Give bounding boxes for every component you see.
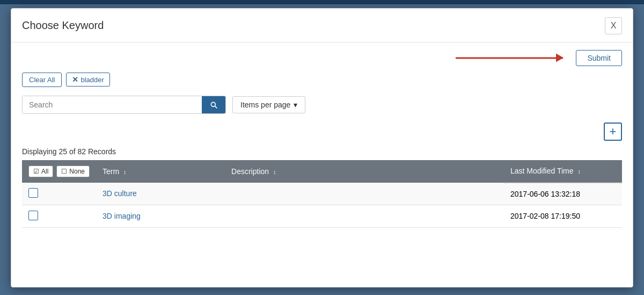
col-term-label: Term — [103, 167, 119, 176]
row-2-checkbox[interactable] — [28, 211, 38, 220]
row-1-term-link[interactable]: 3D culture — [103, 189, 137, 198]
records-label: Displaying 25 of 82 Records — [22, 147, 622, 156]
tag-bladder[interactable]: ✕ bladder — [66, 73, 109, 87]
col-header-last-modified: Last Modified Time ↕ — [504, 160, 622, 183]
row-2-check-cell — [22, 205, 96, 227]
arrow-indicator — [456, 57, 563, 59]
submit-row: Submit — [22, 50, 622, 66]
check-buttons: ☑ All ☐ None — [28, 166, 90, 177]
row-2-desc-cell — [225, 205, 504, 227]
items-per-page-dropdown[interactable]: Items per page ▾ — [232, 96, 305, 113]
row-1-checkbox[interactable] — [28, 188, 38, 198]
plus-icon: + — [610, 125, 617, 139]
col-header-description: Description ↕ — [225, 160, 504, 183]
dropdown-chevron-icon: ▾ — [294, 100, 297, 109]
row-2-term-cell: 3D imaging — [96, 205, 225, 227]
modal-dialog: Choose Keyword X Submit Clear All ✕ blad… — [11, 8, 633, 287]
tag-label: bladder — [80, 76, 104, 84]
modal-header: Choose Keyword X — [11, 9, 633, 42]
modal-body: Submit Clear All ✕ bladder — [11, 42, 633, 239]
arrow-line — [456, 57, 563, 59]
row-2-time-value: 2017-02-08 17:19:50 — [510, 212, 580, 220]
search-input-wrapper — [22, 96, 226, 114]
row-1-check-cell — [22, 183, 96, 205]
col-time-label: Last Modified Time — [510, 167, 574, 175]
desc-sort-icon[interactable]: ↕ — [273, 169, 276, 175]
tags-row: Clear All ✕ bladder — [22, 73, 622, 87]
check-none-label: None — [69, 168, 85, 175]
submit-button[interactable]: Submit — [576, 50, 622, 66]
plus-btn-row: + — [22, 123, 622, 141]
tag-x-icon: ✕ — [72, 75, 78, 84]
row-1-time-value: 2017-06-06 13:32:18 — [510, 190, 580, 198]
row-2-time-cell: 2017-02-08 17:19:50 — [504, 205, 622, 227]
search-button[interactable] — [202, 96, 225, 113]
row-1-time-cell: 2017-06-06 13:32:18 — [504, 183, 622, 205]
modal-overlay: Choose Keyword X Submit Clear All ✕ blad… — [0, 0, 644, 295]
row-1-term-cell: 3D culture — [96, 183, 225, 205]
bg-nav-top — [0, 0, 644, 4]
row-1-desc-cell — [225, 183, 504, 205]
row-2-term-link[interactable]: 3D imaging — [103, 212, 141, 220]
check-all-icon: ☑ — [33, 168, 39, 175]
table-body: 3D culture 2017-06-06 13:32:18 — [22, 183, 622, 228]
search-row: Items per page ▾ — [22, 96, 622, 114]
col-header-term: Term ↕ — [96, 160, 225, 183]
term-sort-icon[interactable]: ↕ — [123, 169, 127, 175]
check-all-button[interactable]: ☑ All — [28, 166, 53, 177]
items-per-page-label: Items per page — [240, 100, 290, 109]
modal-title: Choose Keyword — [22, 19, 104, 32]
table-row: 3D imaging 2017-02-08 17:19:50 — [22, 205, 622, 227]
add-button[interactable]: + — [604, 123, 622, 141]
col-header-check: ☑ All ☐ None — [22, 160, 96, 183]
keyword-table: ☑ All ☐ None Term ↕ — [22, 160, 622, 228]
time-sort-icon[interactable]: ↕ — [577, 168, 581, 175]
col-desc-label: Description — [231, 167, 269, 176]
check-all-label: All — [41, 168, 48, 175]
table-header-row: ☑ All ☐ None Term ↕ — [22, 160, 622, 183]
clear-all-button[interactable]: Clear All — [22, 73, 62, 87]
check-none-icon: ☐ — [61, 168, 67, 175]
table-row: 3D culture 2017-06-06 13:32:18 — [22, 183, 622, 205]
search-input[interactable] — [23, 96, 202, 113]
close-button[interactable]: X — [605, 17, 622, 34]
check-none-button[interactable]: ☐ None — [56, 166, 90, 177]
search-icon — [209, 100, 218, 109]
